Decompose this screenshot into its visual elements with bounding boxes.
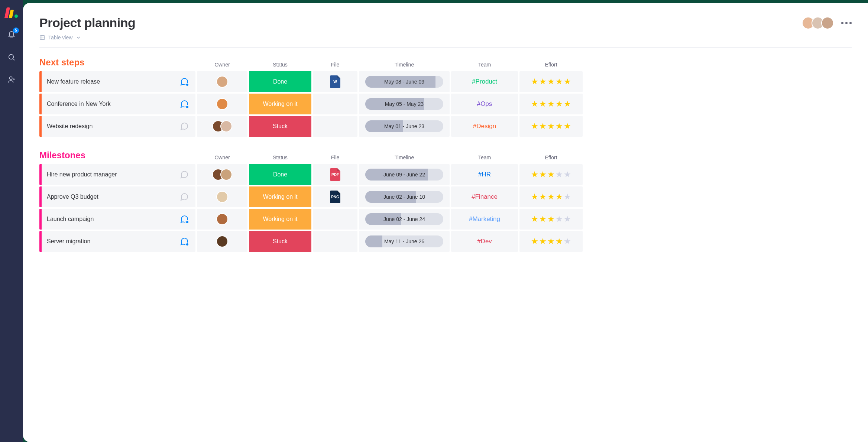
effort-cell[interactable]: ★★★★★ xyxy=(519,231,583,252)
conversation-icon[interactable] xyxy=(180,215,189,224)
team-cell[interactable]: #Dev xyxy=(451,231,518,252)
owner-cell[interactable] xyxy=(197,164,247,185)
effort-cell[interactable]: ★★★★★ xyxy=(519,209,583,230)
item-name-cell[interactable]: Website redesign xyxy=(39,116,195,137)
effort-stars[interactable]: ★★★★★ xyxy=(531,170,571,179)
column-header-status[interactable]: Status xyxy=(249,155,311,160)
table-row[interactable]: Server migrationStuckMay 11 - June 26#De… xyxy=(39,231,852,252)
file-cell[interactable]: PDF xyxy=(313,164,357,185)
column-header-effort[interactable]: Effort xyxy=(519,62,583,68)
item-name-cell[interactable]: New feature release xyxy=(39,71,195,92)
column-header-team[interactable]: Team xyxy=(451,62,518,68)
status-cell[interactable]: Done xyxy=(249,71,311,92)
more-menu-icon[interactable] xyxy=(841,22,852,24)
status-cell[interactable]: Working on it xyxy=(249,209,311,230)
table-row[interactable]: Approve Q3 budgetWorking on itPNGJune 02… xyxy=(39,186,852,207)
table-row[interactable]: Hire new product managerDonePDFJune 09 -… xyxy=(39,164,852,185)
effort-stars[interactable]: ★★★★★ xyxy=(531,121,571,131)
owner-cell[interactable] xyxy=(197,71,247,92)
status-cell[interactable]: Stuck xyxy=(249,116,311,137)
owner-cell[interactable] xyxy=(197,94,247,114)
file-cell[interactable]: W xyxy=(313,71,357,92)
timeline-cell[interactable]: May 01 - June 23 xyxy=(359,116,450,137)
owner-cell[interactable] xyxy=(197,209,247,230)
table-row[interactable]: Conference in New YorkWorking on itMay 0… xyxy=(39,94,852,114)
sidebar: 5 xyxy=(0,0,23,442)
column-header-owner[interactable]: Owner xyxy=(197,155,247,160)
search-icon[interactable] xyxy=(6,52,17,62)
timeline-cell[interactable]: June 02 - June 24 xyxy=(359,209,450,230)
group-milestones: MilestonesOwnerStatusFileTimelineTeamEff… xyxy=(39,150,852,252)
view-selector[interactable]: Table view xyxy=(39,35,852,48)
member-avatars[interactable] xyxy=(805,17,834,29)
status-cell[interactable]: Stuck xyxy=(249,231,311,252)
status-cell[interactable]: Done xyxy=(249,164,311,185)
effort-stars[interactable]: ★★★★★ xyxy=(531,237,571,246)
conversation-icon[interactable] xyxy=(180,100,189,108)
status-cell[interactable]: Working on it xyxy=(249,186,311,207)
effort-cell[interactable]: ★★★★★ xyxy=(519,71,583,92)
notifications-icon[interactable]: 5 xyxy=(6,30,17,40)
column-header-timeline[interactable]: Timeline xyxy=(359,155,450,160)
item-name-cell[interactable]: Approve Q3 budget xyxy=(39,186,195,207)
column-header-file[interactable]: File xyxy=(313,155,357,160)
group-title[interactable]: Milestones xyxy=(39,150,195,160)
file-cell[interactable] xyxy=(313,231,357,252)
owner-cell[interactable] xyxy=(197,186,247,207)
item-name-cell[interactable]: Launch campaign xyxy=(39,209,195,230)
status-badge: Working on it xyxy=(249,209,311,230)
group-title[interactable]: Next steps xyxy=(39,57,195,68)
timeline-bar: May 05 - May 23 xyxy=(365,98,443,110)
owner-cell[interactable] xyxy=(197,116,247,137)
file-cell[interactable] xyxy=(313,116,357,137)
column-header-file[interactable]: File xyxy=(313,62,357,68)
team-cell[interactable]: #Design xyxy=(451,116,518,137)
column-header-timeline[interactable]: Timeline xyxy=(359,62,450,68)
timeline-cell[interactable]: June 02 - June 10 xyxy=(359,186,450,207)
column-header-team[interactable]: Team xyxy=(451,155,518,160)
column-header-status[interactable]: Status xyxy=(249,62,311,68)
table-row[interactable]: Website redesignStuckMay 01 - June 23#De… xyxy=(39,116,852,137)
item-name: Hire new product manager xyxy=(47,171,117,178)
timeline-label: June 09 - June 22 xyxy=(383,172,425,178)
team-cell[interactable]: #Marketing xyxy=(451,209,518,230)
timeline-cell[interactable]: May 11 - June 26 xyxy=(359,231,450,252)
effort-stars[interactable]: ★★★★★ xyxy=(531,99,571,109)
effort-cell[interactable]: ★★★★★ xyxy=(519,94,583,114)
team-cell[interactable]: #Ops xyxy=(451,94,518,114)
invite-user-icon[interactable] xyxy=(6,74,17,85)
conversation-icon[interactable] xyxy=(180,237,189,246)
table-row[interactable]: Launch campaignWorking on itJune 02 - Ju… xyxy=(39,209,852,230)
team-tag: #Finance xyxy=(472,193,498,201)
column-header-owner[interactable]: Owner xyxy=(197,62,247,68)
team-cell[interactable]: #Product xyxy=(451,71,518,92)
avatar[interactable] xyxy=(821,17,834,29)
owner-cell[interactable] xyxy=(197,231,247,252)
effort-cell[interactable]: ★★★★★ xyxy=(519,116,583,137)
item-name-cell[interactable]: Server migration xyxy=(39,231,195,252)
team-cell[interactable]: #Finance xyxy=(451,186,518,207)
table-row[interactable]: New feature releaseDoneWMay 08 - June 09… xyxy=(39,71,852,92)
conversation-icon[interactable] xyxy=(180,77,189,86)
conversation-icon[interactable] xyxy=(180,192,189,201)
conversation-icon[interactable] xyxy=(180,122,189,131)
effort-stars[interactable]: ★★★★★ xyxy=(531,192,571,202)
timeline-cell[interactable]: May 05 - May 23 xyxy=(359,94,450,114)
item-name-cell[interactable]: Conference in New York xyxy=(39,94,195,114)
conversation-icon[interactable] xyxy=(180,170,189,179)
team-cell[interactable]: #HR xyxy=(451,164,518,185)
effort-cell[interactable]: ★★★★★ xyxy=(519,164,583,185)
logo[interactable] xyxy=(6,7,18,18)
item-name-cell[interactable]: Hire new product manager xyxy=(39,164,195,185)
effort-cell[interactable]: ★★★★★ xyxy=(519,186,583,207)
file-cell[interactable] xyxy=(313,209,357,230)
team-tag: #Ops xyxy=(477,100,492,108)
effort-stars[interactable]: ★★★★★ xyxy=(531,214,571,224)
effort-stars[interactable]: ★★★★★ xyxy=(531,77,571,87)
file-cell[interactable] xyxy=(313,94,357,114)
status-cell[interactable]: Working on it xyxy=(249,94,311,114)
timeline-cell[interactable]: June 09 - June 22 xyxy=(359,164,450,185)
file-cell[interactable]: PNG xyxy=(313,186,357,207)
column-header-effort[interactable]: Effort xyxy=(519,155,583,160)
timeline-cell[interactable]: May 08 - June 09 xyxy=(359,71,450,92)
